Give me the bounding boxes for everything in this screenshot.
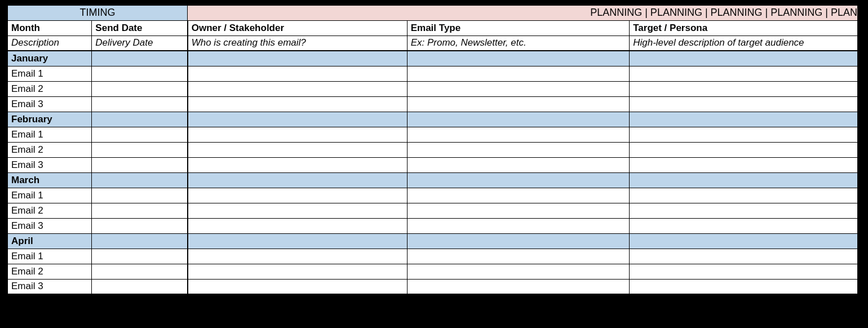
cell-target[interactable] — [630, 66, 858, 81]
cell-send_date[interactable] — [92, 81, 188, 96]
header-target[interactable]: Target / Persona — [630, 20, 858, 36]
cell-send_date[interactable] — [92, 218, 188, 233]
cell-email_type[interactable] — [407, 279, 630, 294]
cell-owner[interactable] — [188, 249, 408, 264]
cell-target[interactable] — [630, 249, 858, 264]
cell-target[interactable] — [630, 264, 858, 279]
cell-owner[interactable] — [188, 218, 408, 233]
email-label-cell[interactable]: Email 2 — [7, 264, 92, 279]
month-empty-cell[interactable] — [92, 51, 188, 66]
cell-email_type[interactable] — [407, 142, 630, 157]
desc-email-type[interactable]: Ex: Promo, Newsletter, etc. — [407, 36, 630, 51]
email-label-cell[interactable]: Email 3 — [7, 157, 92, 172]
cell-send_date[interactable] — [92, 264, 188, 279]
email-label-cell[interactable]: Email 2 — [7, 203, 92, 218]
month-header-row: March — [7, 172, 858, 188]
month-empty-cell[interactable] — [407, 172, 630, 188]
cell-target[interactable] — [630, 81, 858, 96]
month-empty-cell[interactable] — [630, 233, 858, 249]
cell-send_date[interactable] — [92, 142, 188, 157]
planning-table[interactable]: TIMING PLANNING | PLANNING | PLANNING | … — [7, 5, 858, 295]
month-empty-cell[interactable] — [630, 172, 858, 188]
cell-owner[interactable] — [188, 203, 408, 218]
month-name-cell[interactable]: January — [7, 51, 92, 66]
header-owner[interactable]: Owner / Stakeholder — [188, 20, 408, 36]
section-planning[interactable]: PLANNING | PLANNING | PLANNING | PLANNIN… — [188, 5, 858, 20]
email-label-cell[interactable]: Email 1 — [7, 66, 92, 81]
table-row: Email 1 — [7, 188, 858, 203]
email-label-cell[interactable]: Email 1 — [7, 249, 92, 264]
month-name-cell[interactable]: April — [7, 233, 92, 249]
desc-month[interactable]: Description — [7, 36, 92, 51]
cell-email_type[interactable] — [407, 96, 630, 112]
cell-target[interactable] — [630, 127, 858, 142]
email-label-cell[interactable]: Email 3 — [7, 279, 92, 294]
email-label-cell[interactable]: Email 3 — [7, 218, 92, 233]
month-empty-cell[interactable] — [407, 51, 630, 66]
cell-owner[interactable] — [188, 142, 408, 157]
cell-owner[interactable] — [188, 81, 408, 96]
cell-owner[interactable] — [188, 127, 408, 142]
cell-email_type[interactable] — [407, 127, 630, 142]
cell-target[interactable] — [630, 157, 858, 172]
header-month[interactable]: Month — [7, 20, 92, 36]
month-empty-cell[interactable] — [188, 233, 408, 249]
desc-target[interactable]: High-level description of target audienc… — [630, 36, 858, 51]
cell-send_date[interactable] — [92, 203, 188, 218]
cell-email_type[interactable] — [407, 218, 630, 233]
cell-target[interactable] — [630, 203, 858, 218]
desc-send-date[interactable]: Delivery Date — [92, 36, 188, 51]
email-label-cell[interactable]: Email 1 — [7, 127, 92, 142]
cell-target[interactable] — [630, 96, 858, 112]
month-empty-cell[interactable] — [92, 112, 188, 127]
cell-owner[interactable] — [188, 96, 408, 112]
cell-email_type[interactable] — [407, 203, 630, 218]
column-description-row: Description Delivery Date Who is creatin… — [7, 36, 858, 51]
cell-target[interactable] — [630, 279, 858, 294]
cell-owner[interactable] — [188, 188, 408, 203]
cell-email_type[interactable] — [407, 264, 630, 279]
email-label-cell[interactable]: Email 2 — [7, 142, 92, 157]
cell-owner[interactable] — [188, 66, 408, 81]
email-label-cell[interactable]: Email 2 — [7, 81, 92, 96]
month-name-cell[interactable]: February — [7, 112, 92, 127]
month-empty-cell[interactable] — [630, 51, 858, 66]
cell-email_type[interactable] — [407, 81, 630, 96]
month-empty-cell[interactable] — [188, 112, 408, 127]
desc-owner[interactable]: Who is creating this email? — [188, 36, 408, 51]
table-row: Email 3 — [7, 218, 858, 233]
cell-owner[interactable] — [188, 157, 408, 172]
cell-send_date[interactable] — [92, 279, 188, 294]
cell-email_type[interactable] — [407, 188, 630, 203]
table-row: Email 1 — [7, 249, 858, 264]
month-empty-cell[interactable] — [630, 112, 858, 127]
cell-target[interactable] — [630, 188, 858, 203]
cell-send_date[interactable] — [92, 66, 188, 81]
month-empty-cell[interactable] — [407, 233, 630, 249]
cell-send_date[interactable] — [92, 127, 188, 142]
cell-send_date[interactable] — [92, 249, 188, 264]
table-row: Email 3 — [7, 157, 858, 172]
cell-send_date[interactable] — [92, 96, 188, 112]
section-timing[interactable]: TIMING — [7, 5, 188, 20]
cell-owner[interactable] — [188, 264, 408, 279]
month-empty-cell[interactable] — [92, 172, 188, 188]
cell-send_date[interactable] — [92, 188, 188, 203]
cell-email_type[interactable] — [407, 249, 630, 264]
month-empty-cell[interactable] — [188, 51, 408, 66]
month-empty-cell[interactable] — [92, 233, 188, 249]
table-row: Email 2 — [7, 81, 858, 96]
cell-owner[interactable] — [188, 279, 408, 294]
email-label-cell[interactable]: Email 3 — [7, 96, 92, 112]
month-empty-cell[interactable] — [407, 112, 630, 127]
month-name-cell[interactable]: March — [7, 172, 92, 188]
header-send-date[interactable]: Send Date — [92, 20, 188, 36]
cell-send_date[interactable] — [92, 157, 188, 172]
cell-email_type[interactable] — [407, 157, 630, 172]
header-email-type[interactable]: Email Type — [407, 20, 630, 36]
email-label-cell[interactable]: Email 1 — [7, 188, 92, 203]
cell-email_type[interactable] — [407, 66, 630, 81]
cell-target[interactable] — [630, 218, 858, 233]
month-empty-cell[interactable] — [188, 172, 408, 188]
cell-target[interactable] — [630, 142, 858, 157]
